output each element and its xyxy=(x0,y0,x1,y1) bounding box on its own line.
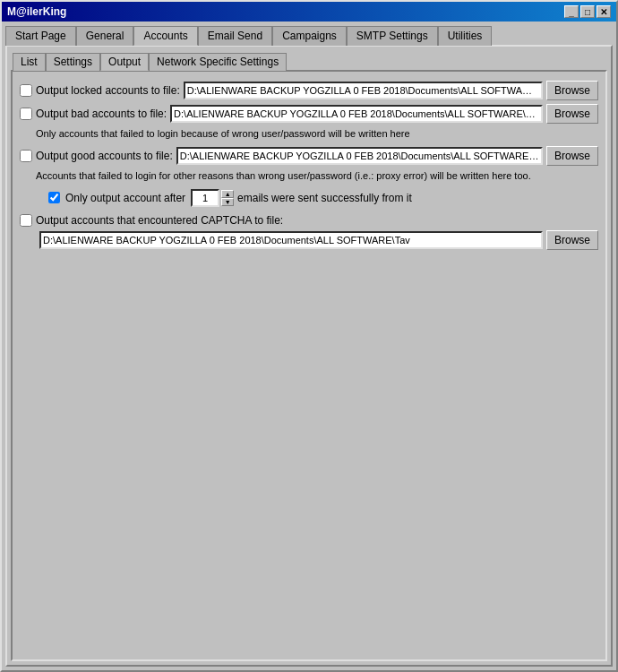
good-accounts-note: Accounts that failed to login for other … xyxy=(20,169,598,183)
tab-accounts[interactable]: Accounts xyxy=(133,26,197,46)
content-area: List Settings Output Network Specific Se… xyxy=(5,45,613,667)
good-accounts-checkbox[interactable] xyxy=(20,150,32,162)
good-accounts-row: Output good accounts to file: Browse xyxy=(20,146,598,166)
only-output-value[interactable]: 1 xyxy=(191,189,219,207)
output-panel: Output locked accounts to file: Browse O… xyxy=(11,70,607,661)
spinner-arrows: ▲ ▼ xyxy=(221,190,234,206)
spinner-down[interactable]: ▼ xyxy=(221,198,234,206)
good-accounts-label: Output good accounts to file: xyxy=(36,150,173,162)
tab-campaigns[interactable]: Campaigns xyxy=(272,26,347,46)
sub-tab-bar: List Settings Output Network Specific Se… xyxy=(11,50,607,70)
only-output-label-after: emails were sent successfully from it xyxy=(237,192,412,204)
locked-accounts-path[interactable] xyxy=(184,82,543,99)
locked-accounts-label: Output locked accounts to file: xyxy=(36,84,180,97)
captcha-checkbox[interactable] xyxy=(20,214,32,227)
window-title: M@ilerKing xyxy=(7,5,66,18)
captcha-label: Output accounts that encountered CAPTCHA… xyxy=(36,214,283,227)
locked-accounts-browse[interactable]: Browse xyxy=(546,81,598,100)
bad-accounts-path[interactable] xyxy=(170,105,543,123)
only-output-row: Only output account after 1 ▲ ▼ emails w… xyxy=(20,189,598,207)
tab-smtp-settings[interactable]: SMTP Settings xyxy=(347,26,438,46)
tab-utilities[interactable]: Utilities xyxy=(438,26,493,46)
bad-accounts-browse[interactable]: Browse xyxy=(546,104,598,124)
title-bar-buttons: _ □ ✕ xyxy=(564,5,611,18)
tab-email-send[interactable]: Email Send xyxy=(198,26,272,46)
bad-accounts-label: Output bad accounts to file: xyxy=(36,108,167,120)
good-accounts-path[interactable] xyxy=(176,147,543,165)
captcha-input-row: Browse xyxy=(20,230,598,250)
bad-accounts-note: Only accounts that failed to login becau… xyxy=(20,127,598,141)
subtab-list[interactable]: List xyxy=(13,53,46,71)
tab-general[interactable]: General xyxy=(76,26,134,46)
captcha-path[interactable] xyxy=(39,231,543,249)
only-output-checkbox[interactable] xyxy=(48,192,60,203)
subtab-settings[interactable]: Settings xyxy=(46,53,100,71)
captcha-row: Output accounts that encountered CAPTCHA… xyxy=(20,214,598,227)
bad-accounts-row: Output bad accounts to file: Browse xyxy=(20,104,598,124)
subtab-output[interactable]: Output xyxy=(100,53,149,71)
bad-accounts-checkbox[interactable] xyxy=(20,108,32,120)
title-bar: M@ilerKing _ □ ✕ xyxy=(2,2,616,22)
locked-accounts-checkbox[interactable] xyxy=(20,84,32,97)
close-button[interactable]: ✕ xyxy=(597,5,611,18)
locked-accounts-row: Output locked accounts to file: Browse xyxy=(20,81,598,100)
minimize-button[interactable]: _ xyxy=(564,5,579,18)
captcha-browse[interactable]: Browse xyxy=(546,230,598,250)
only-output-label-before: Only output account after xyxy=(65,192,185,204)
main-tab-bar: Start Page General Accounts Email Send C… xyxy=(2,22,616,45)
main-window: M@ilerKing _ □ ✕ Start Page General Acco… xyxy=(0,0,618,672)
maximize-button[interactable]: □ xyxy=(580,5,595,18)
tab-start-page[interactable]: Start Page xyxy=(5,26,76,46)
spinner-up[interactable]: ▲ xyxy=(221,190,234,198)
good-accounts-browse[interactable]: Browse xyxy=(546,146,598,166)
subtab-network-specific[interactable]: Network Specific Settings xyxy=(149,53,287,71)
